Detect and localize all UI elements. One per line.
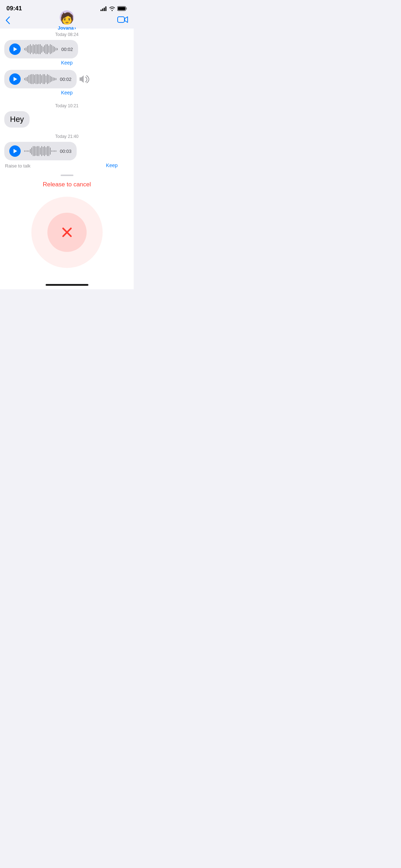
status-time: 09:41 bbox=[6, 5, 22, 12]
hey-bubble: Hey bbox=[4, 111, 30, 128]
audio-message-1: 00:02 Keep bbox=[4, 40, 129, 68]
x-cancel-icon bbox=[58, 223, 76, 241]
release-to-cancel-overlay: Release to cancel bbox=[0, 169, 134, 289]
chevron-icon: › bbox=[74, 25, 76, 31]
timestamp-1021: Today 10:21 bbox=[4, 100, 129, 111]
play-button-1[interactable] bbox=[9, 43, 21, 55]
svg-rect-6 bbox=[118, 7, 125, 10]
audio-duration-1: 00:02 bbox=[61, 47, 73, 52]
audio-bubble-1: 00:02 bbox=[4, 40, 78, 58]
signal-icon bbox=[101, 6, 107, 11]
cancel-outer-circle bbox=[31, 197, 103, 268]
battery-icon bbox=[117, 6, 127, 11]
wifi-icon bbox=[109, 6, 115, 11]
nav-header: 🧑 Jovana › bbox=[0, 14, 134, 29]
avatar: 🧑 bbox=[60, 10, 74, 25]
timestamp-2140: Today 21:40 bbox=[4, 130, 129, 142]
text-message-hey: Hey bbox=[4, 111, 129, 129]
cancel-inner-circle[interactable] bbox=[47, 213, 87, 252]
keep-button-1[interactable]: Keep bbox=[4, 58, 129, 68]
release-to-cancel-text: Release to cancel bbox=[43, 181, 91, 188]
contact-name: Jovana › bbox=[58, 25, 76, 31]
drag-handle bbox=[61, 175, 73, 176]
svg-rect-1 bbox=[102, 9, 103, 11]
speaker-icon bbox=[79, 75, 89, 83]
audio-duration-2: 00:02 bbox=[60, 77, 72, 82]
audio-duration-3: 00:03 bbox=[60, 149, 72, 154]
waveform-2 bbox=[24, 74, 56, 84]
back-button[interactable] bbox=[6, 16, 10, 24]
svg-rect-7 bbox=[118, 17, 124, 22]
play-button-3[interactable] bbox=[9, 145, 21, 157]
svg-rect-2 bbox=[104, 7, 105, 11]
waveform-1 bbox=[24, 44, 58, 54]
raise-to-talk-label: Raise to talk bbox=[5, 162, 31, 169]
audio-message-2: 00:02 Keep bbox=[4, 70, 129, 98]
home-indicator bbox=[46, 284, 88, 286]
status-icons bbox=[101, 6, 127, 11]
svg-rect-5 bbox=[126, 7, 127, 10]
waveform-3 bbox=[24, 146, 56, 156]
audio-bubble-2: 00:02 bbox=[4, 70, 77, 88]
contact-header[interactable]: 🧑 Jovana › bbox=[58, 10, 76, 31]
audio-bubble-3: 00:03 bbox=[4, 142, 77, 160]
audio-message-3: 00:03 Raise to talk Keep bbox=[4, 142, 129, 171]
svg-rect-3 bbox=[106, 6, 107, 11]
play-button-2[interactable] bbox=[9, 73, 21, 85]
keep-button-2[interactable]: Keep bbox=[4, 88, 129, 98]
keep-button-3[interactable]: Keep bbox=[106, 162, 118, 168]
video-call-button[interactable] bbox=[117, 16, 128, 25]
svg-rect-0 bbox=[101, 10, 102, 11]
